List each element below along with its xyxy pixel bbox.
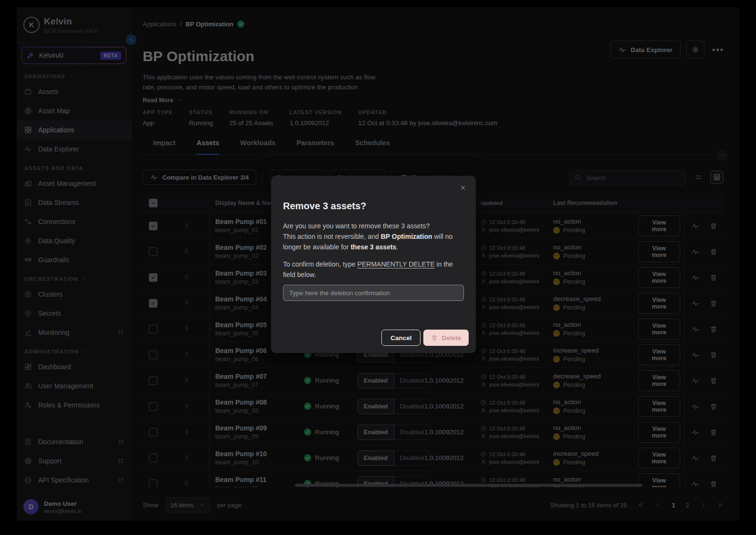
remove-assets-modal: Remove 3 assets? Are you sure you want t… [271, 176, 476, 353]
page: K Kelvin BETA Environment (DEV) KelvinAI… [0, 0, 756, 535]
trash-icon [431, 334, 438, 341]
close-icon[interactable] [459, 183, 467, 193]
deletion-confirmation-input[interactable] [283, 285, 464, 301]
cancel-button[interactable]: Cancel [381, 330, 420, 346]
delete-button[interactable]: Delete [423, 330, 469, 346]
modal-title: Remove 3 assets? [283, 201, 367, 212]
modal-confirm-instruction: To confirm deletion, type PERMANENTLY DE… [283, 259, 464, 280]
confirm-keyword: PERMANENTLY DELETE [357, 260, 435, 268]
modal-body: Are you sure you want to remove these 3 … [283, 221, 464, 252]
